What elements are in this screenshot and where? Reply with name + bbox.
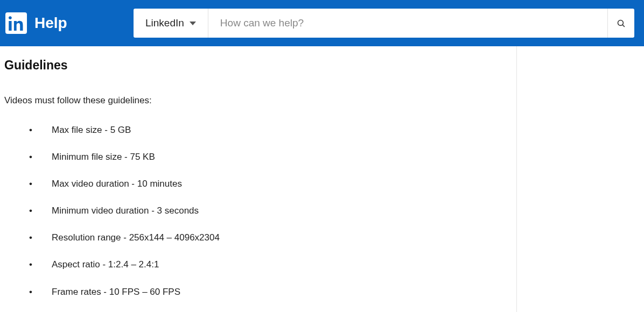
- linkedin-logo-icon[interactable]: [5, 12, 27, 34]
- svg-line-1: [622, 24, 625, 26]
- list-item: Max file size - 5 GB: [26, 124, 512, 136]
- list-item: Aspect ratio - 1:2.4 – 2.4:1: [26, 259, 512, 271]
- body-wrap: Guidelines Videos must follow these guid…: [0, 46, 644, 312]
- dropdown-selected-label: LinkedIn: [145, 17, 184, 29]
- guidelines-list: Max file size - 5 GBMinimum file size - …: [4, 124, 512, 312]
- logo-group: Help: [5, 12, 67, 34]
- list-item: Resolution range - 256x144 – 4096x2304: [26, 232, 512, 244]
- sidebar: [517, 46, 644, 312]
- intro-text: Videos must follow these guidelines:: [4, 95, 512, 106]
- search-input[interactable]: [208, 9, 607, 38]
- search-icon: [617, 19, 626, 28]
- list-item: Minimum video duration - 3 seconds: [26, 205, 512, 217]
- page-title: Guidelines: [4, 58, 512, 73]
- header-bar: Help LinkedIn: [0, 0, 644, 46]
- search-button[interactable]: [607, 9, 634, 38]
- list-item: Frame rates - 10 FPS – 60 FPS: [26, 286, 512, 298]
- help-title: Help: [34, 15, 67, 32]
- main-content: Guidelines Videos must follow these guid…: [0, 46, 517, 312]
- list-item: Minimum file size - 75 KB: [26, 151, 512, 163]
- chevron-down-icon: [190, 22, 196, 25]
- product-dropdown[interactable]: LinkedIn: [134, 9, 208, 38]
- list-item: Max video duration - 10 minutes: [26, 178, 512, 190]
- svg-point-0: [618, 20, 623, 25]
- search-bar: LinkedIn: [134, 9, 634, 38]
